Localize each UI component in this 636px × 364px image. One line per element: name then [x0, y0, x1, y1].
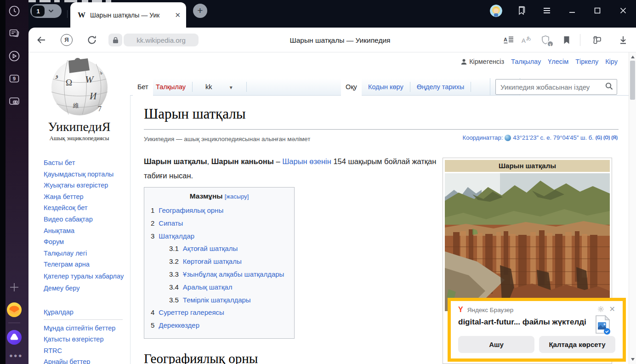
reload-icon[interactable] [86, 34, 97, 46]
coordinates-services[interactable]: (G) (O) (Я) [596, 135, 618, 140]
toc-item[interactable]: 3.4Аралық шатқал [169, 281, 288, 294]
toc-item[interactable]: 5Дереккөздер [151, 319, 288, 332]
reader-mode-icon[interactable]: A [503, 34, 514, 46]
toc-item[interactable]: 3.3Ұзынбұлақ алқабы шатқалдары [169, 268, 288, 281]
person-icon [461, 59, 467, 65]
downloads-icon[interactable] [618, 34, 629, 46]
new-tab-button[interactable]: + [193, 4, 207, 18]
close-icon[interactable] [618, 5, 629, 16]
show-in-folder-button[interactable]: Қалтада көрсету [539, 336, 615, 353]
tab-history[interactable]: Өңделу тарихы [410, 83, 471, 91]
toc-item[interactable]: 3.5Темірлік шатқалдары [169, 294, 288, 307]
tab-talk[interactable]: Талқылау [149, 83, 192, 91]
nav-link[interactable]: Кездейсоқ бет [44, 202, 125, 214]
toc-item[interactable]: 3.2Көртоғай шатқалы [169, 255, 288, 268]
browser-window: 9 ●●● 1 W Шарын шатқалы — Уик ✕ + [0, 0, 636, 364]
search-icon[interactable] [605, 82, 613, 92]
svg-text:7: 7 [98, 105, 102, 113]
toc-item[interactable]: 3Шатқалдар [151, 230, 288, 243]
scroll-down-icon[interactable] [631, 358, 635, 361]
wikipedia-tagline: Ашық энциклопедиясы [28, 135, 130, 142]
scrollbar-thumb[interactable] [630, 61, 635, 100]
notification-close-icon[interactable]: ✕ [609, 305, 615, 313]
translate-icon[interactable]: Aあ [522, 34, 533, 46]
wikipedia-logo[interactable]: W Ω И 7 維 و ঌ УикипедиЯ Ашық энциклопеди… [28, 57, 130, 142]
maximize-icon[interactable] [592, 5, 603, 16]
nav-link[interactable]: Басты бет [44, 157, 125, 169]
userbar-link-contribs[interactable]: Үлесім [548, 58, 568, 65]
nav-link[interactable]: Жаңа беттер [44, 191, 125, 203]
bookmark-icon[interactable] [561, 34, 572, 46]
more-icon[interactable]: ●●● [9, 352, 23, 359]
back-icon[interactable] [36, 34, 47, 46]
nav-link[interactable]: Анықтама [44, 225, 125, 237]
title-rule [144, 129, 619, 130]
alice-icon[interactable] [6, 330, 22, 345]
nav-link[interactable]: Форум [44, 236, 125, 248]
globe-icon [505, 135, 511, 141]
coordinates-value[interactable]: 43°21′23″ с. е. 79°04′45″ ш. б. [513, 134, 593, 141]
svg-text:A: A [504, 37, 507, 42]
svg-text:ঌ: ঌ [100, 69, 102, 76]
toc-hide-toggle[interactable]: [жасыру] [225, 193, 249, 200]
coordinates-label[interactable]: Координаттар: [463, 134, 503, 141]
nav-link[interactable]: Талқылау легі [44, 248, 125, 259]
video-icon[interactable] [8, 50, 20, 62]
wiki-search [495, 79, 617, 95]
userbar-link-login[interactable]: Кіру [605, 58, 618, 65]
download-notification: Y Яндекс Браузер ✕ digital-art-futur... … [448, 298, 626, 362]
tools-link[interactable]: Арнайы беттер [44, 356, 125, 364]
yandex-mail-icon[interactable] [6, 302, 22, 318]
menu-icon[interactable] [541, 5, 552, 16]
nav-link[interactable]: Телеграм арна [44, 259, 125, 270]
adblock-shield-icon[interactable]: 1 [540, 34, 551, 46]
toolbar-separator [580, 34, 580, 46]
toc-item[interactable]: 3.1Ақтоғай шатқалы [169, 242, 288, 255]
intro-bold: Шарын шатқалы [144, 157, 207, 165]
minimize-icon[interactable] [567, 5, 578, 16]
search-input[interactable] [500, 83, 605, 91]
history-icon[interactable] [8, 5, 20, 17]
tools-link[interactable]: Мұнда сілтейтін беттер [44, 323, 125, 334]
nav-link[interactable]: Демеу беру [44, 283, 125, 294]
add-icon[interactable] [8, 281, 20, 293]
tab-title: Шарын шатқалы — Уик [90, 11, 173, 19]
nav-link[interactable]: Видео сабақтар [44, 214, 125, 225]
tools-link[interactable]: Қатысты өзгерістер [44, 334, 125, 345]
lock-icon[interactable] [108, 34, 122, 46]
tab-close-icon[interactable]: ✕ [175, 11, 181, 19]
active-tab[interactable]: W Шарын шатқалы — Уик ✕ [70, 2, 186, 28]
notification-settings-icon[interactable] [597, 306, 604, 314]
tab-view-source[interactable]: Кодын көру [362, 83, 410, 91]
toc-item[interactable]: 2Сипаты [151, 217, 288, 230]
userbar-link-talk[interactable]: Талқылау [511, 58, 541, 65]
tab-number-9-icon[interactable]: 9 [8, 73, 20, 85]
svg-text:9: 9 [13, 76, 16, 81]
toc-item[interactable]: 4Суреттер галереясы [151, 306, 288, 319]
screenshot-icon[interactable] [8, 95, 20, 107]
nav-link[interactable]: Қауымдастық порталы [44, 169, 125, 180]
userbar-link-register[interactable]: Тіркелу [575, 58, 598, 65]
page-scrollbar[interactable] [629, 52, 636, 364]
river-link[interactable]: Шарын өзенін [282, 157, 331, 165]
tab-group-pill[interactable]: 1 [30, 4, 62, 18]
open-file-button[interactable]: Ашу [458, 336, 534, 353]
collections-icon[interactable] [516, 5, 527, 16]
scroll-up-icon[interactable] [631, 56, 635, 58]
toc-item[interactable]: 1Географиялық орны [151, 204, 288, 217]
page-title: Шарын шатқалы [144, 106, 245, 122]
tab-page[interactable]: Бет [133, 78, 153, 96]
notes-icon[interactable] [8, 28, 20, 40]
tab-read[interactable]: Оқу [341, 78, 362, 96]
wikipedia-wordmark: УикипедиЯ [28, 119, 130, 134]
tools-link[interactable]: RTRC [44, 345, 125, 357]
nav-link[interactable]: Қателер туралы хабарлау [44, 272, 125, 281]
language-dropdown[interactable]: kk ▼ [193, 83, 246, 91]
url-field[interactable]: kk.wikipedia.org [124, 34, 199, 46]
avatar[interactable] [490, 5, 502, 17]
tabstrip-separator [67, 10, 68, 18]
yandex-search-icon[interactable]: Я [61, 34, 73, 46]
nav-link[interactable]: Жуықтағы өзгерістер [44, 180, 125, 191]
canyon-photo[interactable] [445, 173, 610, 311]
extensions-icon[interactable] [591, 34, 602, 46]
